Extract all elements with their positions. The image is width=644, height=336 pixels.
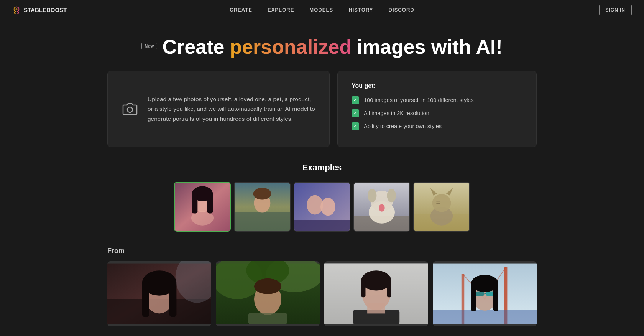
hero-title-highlight: personalized [230, 35, 352, 58]
example-thumb-1[interactable] [174, 182, 231, 232]
svg-rect-64 [471, 283, 476, 311]
svg-rect-65 [493, 283, 498, 311]
from-grid [107, 261, 537, 326]
thumb-placeholder-2 [235, 183, 290, 231]
new-badge: New [141, 43, 157, 49]
svg-rect-9 [235, 212, 290, 231]
svg-point-26 [432, 194, 451, 212]
thumb-image-4 [354, 182, 409, 232]
from-photo-1 [107, 261, 211, 326]
from-photo-4 [433, 261, 537, 326]
benefit-item-2: ✓ All images in 2K resolution [352, 109, 522, 117]
camera-icon [122, 102, 138, 116]
from-photo-image-1 [107, 261, 211, 326]
logo-icon [12, 6, 21, 14]
example-thumb-2[interactable] [234, 182, 291, 232]
benefit-text-2: All images in 2K resolution [364, 110, 429, 116]
check-icon-3: ✓ [352, 122, 359, 130]
check-icon-2: ✓ [352, 109, 359, 117]
example-thumb-3[interactable] [294, 182, 350, 232]
example-thumb-5[interactable] [413, 182, 470, 232]
svg-point-50 [361, 270, 391, 290]
svg-rect-58 [433, 310, 537, 324]
svg-point-11 [253, 188, 271, 199]
svg-point-0 [16, 8, 18, 10]
benefits-card: You get: ✓ 100 images of yourself in 100… [337, 71, 537, 147]
logo-text: STABLEBOOST [24, 7, 67, 13]
nav-discord[interactable]: DISCORD [389, 7, 414, 13]
examples-row [107, 182, 537, 232]
examples-section: Examples [107, 163, 537, 232]
svg-point-13 [307, 195, 323, 215]
benefits-title: You get: [352, 82, 522, 89]
svg-rect-52 [387, 280, 391, 298]
main-content: New Create personalized images with AI! … [92, 20, 552, 326]
nav-models[interactable]: MODELS [309, 7, 333, 13]
benefit-item-3: ✓ Ability to create your own styles [352, 122, 522, 130]
from-photo-image-3 [324, 261, 428, 326]
thumb-image-1 [175, 182, 230, 232]
thumb-image-3 [294, 182, 350, 232]
thumb-placeholder-5 [414, 183, 469, 231]
from-photo-2 [216, 261, 320, 326]
from-photo-image-2 [216, 261, 320, 326]
upload-text: Upload a few photos of yourself, a loved… [148, 94, 315, 124]
svg-rect-37 [169, 281, 177, 317]
thumb-image-2 [235, 182, 290, 232]
hero-section: New Create personalized images with AI! [107, 20, 537, 71]
example-thumb-4[interactable] [353, 182, 410, 232]
sign-in-button[interactable]: SIGN IN [599, 5, 632, 15]
svg-point-14 [320, 198, 335, 216]
svg-rect-44 [248, 313, 288, 324]
thumb-placeholder-3 [294, 183, 350, 231]
nav-create[interactable]: CREATE [230, 7, 252, 13]
nav-history[interactable]: HISTORY [348, 7, 373, 13]
svg-rect-7 [207, 193, 213, 214]
svg-point-1 [127, 107, 133, 112]
svg-point-20 [368, 189, 376, 202]
upload-card: Upload a few photos of yourself, a loved… [107, 71, 330, 147]
from-photo-image-4 [433, 261, 537, 326]
svg-rect-36 [142, 281, 150, 317]
svg-rect-6 [192, 193, 198, 214]
info-row: Upload a few photos of yourself, a loved… [107, 71, 537, 147]
svg-point-43 [254, 278, 281, 294]
navbar: STABLEBOOST CREATE EXPLORE MODELS HISTOR… [0, 0, 644, 20]
from-section: From [107, 247, 537, 326]
svg-rect-51 [361, 280, 365, 298]
from-photo-3 [324, 261, 428, 326]
check-icon-1: ✓ [352, 96, 359, 104]
svg-rect-60 [475, 291, 484, 296]
examples-title: Examples [107, 163, 537, 173]
thumb-image-5 [414, 182, 469, 232]
thumb-placeholder-1 [175, 183, 230, 231]
nav-explore[interactable]: EXPLORE [268, 7, 294, 13]
thumb-placeholder-4 [354, 183, 409, 231]
hero-title-after: images with AI! [357, 35, 502, 58]
nav-links: CREATE EXPLORE MODELS HISTORY DISCORD [230, 7, 414, 13]
benefit-text-1: 100 images of yourself in 100 different … [364, 97, 474, 103]
hero-title-before: Create [163, 35, 225, 58]
svg-point-21 [387, 189, 396, 202]
logo[interactable]: STABLEBOOST [12, 6, 67, 14]
benefit-text-3: Ability to create your own styles [364, 123, 442, 129]
svg-rect-15 [294, 220, 350, 231]
from-title: From [107, 247, 537, 255]
hero-title: New Create personalized images with AI! [141, 35, 503, 58]
benefit-item-1: ✓ 100 images of yourself in 100 differen… [352, 96, 522, 104]
camera-icon-wrap [122, 100, 138, 117]
svg-point-22 [379, 204, 385, 211]
